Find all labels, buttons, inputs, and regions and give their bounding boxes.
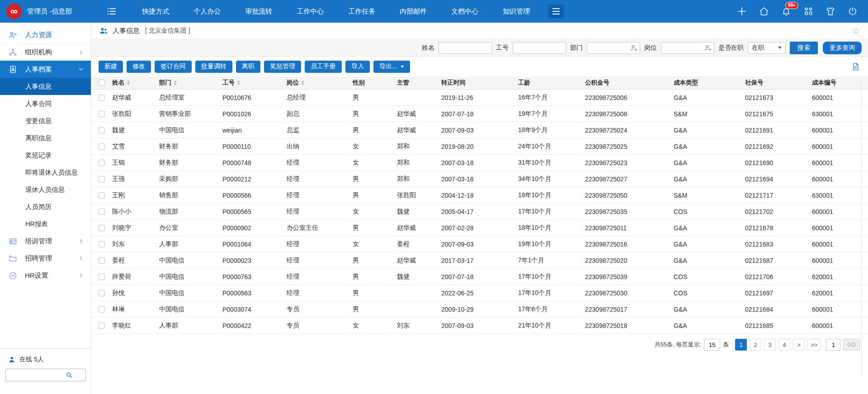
- empno-filter-input[interactable]: [513, 42, 566, 54]
- page-size-input[interactable]: [704, 339, 720, 351]
- goto-page-input[interactable]: [826, 339, 840, 351]
- column-header-empno[interactable]: 工号: [222, 79, 287, 87]
- toolbar-button[interactable]: 签订合同: [155, 61, 192, 73]
- scrollbar-track[interactable]: [861, 77, 862, 377]
- column-header-post[interactable]: 岗位: [287, 79, 353, 87]
- page-number-button[interactable]: 1: [735, 339, 747, 351]
- row-checkbox[interactable]: [99, 192, 105, 199]
- table-row[interactable]: 王刚 销售部 P0000566 经理 男 张胜阳 2004-12-18 18年1…: [91, 187, 868, 204]
- sidebar-item-organization[interactable]: 组织机构: [0, 43, 91, 61]
- row-checkbox[interactable]: [99, 111, 105, 117]
- row-checkbox[interactable]: [99, 143, 105, 150]
- table-row[interactable]: 刘晓宇 办公室 P0000902 办公室主任 男 赵华威 2007-02-28 …: [91, 220, 868, 236]
- select-all-checkbox[interactable]: [99, 80, 105, 86]
- table-row[interactable]: 艾雪 财务部 P0000110 出纳 女 郑和 2019-08-20 24年10…: [91, 138, 868, 155]
- table-row[interactable]: 王强 采购部 P0000212 经理 男 郑和 2007-03-18 34年10…: [91, 171, 868, 187]
- toolbar-button[interactable]: 员工手册: [305, 61, 342, 73]
- top-menu-item[interactable]: 内部邮件: [387, 0, 439, 23]
- sidebar-subitem[interactable]: 人事合同: [0, 95, 91, 112]
- next-page-button[interactable]: >: [793, 339, 805, 351]
- table-row[interactable]: 孙悦 中国电信 P0000563 经理 男 2022-06-25 17年10个月…: [91, 285, 868, 301]
- page-number-button[interactable]: 4: [778, 339, 790, 351]
- top-menu-item[interactable]: 审批流转: [233, 0, 284, 23]
- row-checkbox[interactable]: [99, 176, 105, 182]
- sidebar-subitem[interactable]: 人员简历: [0, 198, 91, 215]
- notifications-bell-icon[interactable]: 99+: [781, 6, 792, 17]
- table-row[interactable]: 薛爱荷 中国电信 P0000763 经理 男 魏健 2007-07-18 17年…: [91, 269, 868, 285]
- sidebar-subitem[interactable]: 变更信息: [0, 112, 91, 129]
- toolbar-button[interactable]: 奖惩管理: [264, 61, 301, 73]
- person-add-icon[interactable]: [704, 44, 712, 54]
- row-checkbox[interactable]: [99, 290, 105, 296]
- toolbar-button[interactable]: 导入: [345, 61, 370, 73]
- person-add-icon[interactable]: [630, 44, 638, 54]
- top-menu-item[interactable]: 文档中心: [439, 0, 491, 23]
- more-query-button[interactable]: 更多查询: [823, 42, 862, 54]
- toolbar-button[interactable]: 批量调转: [195, 61, 232, 73]
- table-row[interactable]: 张胜阳 营销事业部 P0001026 副总 男 赵华威 2007-07-18 1…: [91, 106, 868, 122]
- row-checkbox[interactable]: [99, 306, 105, 313]
- sidebar-subitem[interactable]: 退休人员信息: [0, 181, 91, 198]
- toolbar-button[interactable]: 离职: [236, 61, 260, 73]
- row-checkbox[interactable]: [99, 323, 105, 329]
- top-menu-item[interactable]: 快捷方式: [130, 0, 181, 23]
- export-file-icon[interactable]: [851, 62, 860, 71]
- toolbar-button[interactable]: 导出...: [373, 61, 410, 73]
- search-icon[interactable]: [66, 371, 73, 380]
- top-menu-item[interactable]: 工作中心: [284, 0, 336, 23]
- table-row[interactable]: 姜程 中国电信 P0000023 经理 男 赵华威 2017-03-17 7年1…: [91, 252, 868, 269]
- row-checkbox[interactable]: [99, 95, 105, 101]
- column-header-manager: 主管: [397, 79, 441, 87]
- cell-department: 人事部: [159, 240, 222, 248]
- table-row[interactable]: 李晓红 人事部 P0000422 专员 女 刘东 2007-09-03 21年1…: [91, 318, 868, 334]
- app-logo[interactable]: ∞: [6, 4, 22, 19]
- add-icon[interactable]: [736, 6, 747, 17]
- toolbar-button[interactable]: 新建: [99, 61, 123, 73]
- toolbar-button[interactable]: 修改: [127, 61, 151, 73]
- sidebar-subitem[interactable]: HR报表: [0, 215, 91, 233]
- row-checkbox[interactable]: [99, 225, 105, 231]
- table-row[interactable]: 王锦 财务部 P0000748 经理 女 郑和 2007-03-18 31年10…: [91, 155, 868, 171]
- top-menu-item[interactable]: 知识管理: [491, 0, 542, 23]
- favorite-star-icon[interactable]: [852, 27, 860, 35]
- row-checkbox[interactable]: [99, 274, 105, 280]
- table-row[interactable]: 赵华威 总经理室 P0010676 总经理 男 2019-11-26 16年7个…: [91, 90, 868, 106]
- sidebar-item-hr-settings[interactable]: HR HR设置: [0, 267, 91, 284]
- last-page-button[interactable]: >>: [807, 339, 821, 351]
- row-checkbox[interactable]: [99, 160, 105, 166]
- top-menu-item[interactable]: 个人办公: [181, 0, 233, 23]
- sidebar-subitem[interactable]: 人事信息: [0, 78, 91, 95]
- row-checkbox[interactable]: [99, 257, 105, 264]
- sidebar-item-recruitment[interactable]: 招聘管理: [0, 250, 91, 267]
- page-number-button[interactable]: 3: [764, 339, 776, 351]
- top-menu-item[interactable]: 工作任务: [336, 0, 387, 23]
- sidebar-subitem[interactable]: 即将退休人员信息: [0, 164, 91, 181]
- sidebar-item-training[interactable]: 培训管理: [0, 233, 91, 250]
- row-checkbox[interactable]: [99, 241, 105, 247]
- column-header-name[interactable]: 姓名: [112, 79, 159, 87]
- row-checkbox[interactable]: [99, 127, 105, 133]
- sidebar-search-input[interactable]: [5, 369, 86, 381]
- table-row[interactable]: 魏健 中国电信 weijian 总监 男 赵华威 2007-09-03 18年9…: [91, 122, 868, 138]
- more-menus-button[interactable]: [548, 5, 564, 18]
- theme-shirt-icon[interactable]: [825, 6, 836, 17]
- page-number-button[interactable]: 2: [750, 339, 761, 351]
- sidebar-item-human-resources[interactable]: 人力资源: [0, 26, 91, 43]
- go-button[interactable]: GO: [843, 339, 860, 351]
- column-header-department[interactable]: 部门: [159, 79, 222, 87]
- table-row[interactable]: 陈小小 物流部 P0000565 经理 女 魏健 2005-04-17 17年1…: [91, 204, 868, 220]
- table-row[interactable]: 林琳 中国电信 P0003074 专员 男 2009-10-29 17年6个月 …: [91, 301, 868, 318]
- cell-social-security: 02121690: [745, 159, 812, 166]
- name-filter-input[interactable]: [439, 42, 492, 54]
- contacts-grid-icon[interactable]: [803, 6, 814, 17]
- sidebar-subitem[interactable]: 奖惩记录: [0, 147, 91, 164]
- search-button[interactable]: 搜索: [790, 42, 818, 54]
- home-icon[interactable]: [759, 6, 769, 17]
- logout-power-icon[interactable]: [847, 6, 858, 17]
- sidebar-item-personnel-archive[interactable]: 人事档案: [0, 61, 91, 78]
- sidebar-subitem[interactable]: 离职信息: [0, 129, 91, 147]
- status-select[interactable]: 在职: [748, 42, 786, 54]
- table-row[interactable]: 刘东 人事部 P0001064 经理 女 姜程 2007-09-03 19年10…: [91, 236, 868, 252]
- row-checkbox[interactable]: [99, 209, 105, 215]
- nav-list-icon[interactable]: [106, 6, 117, 17]
